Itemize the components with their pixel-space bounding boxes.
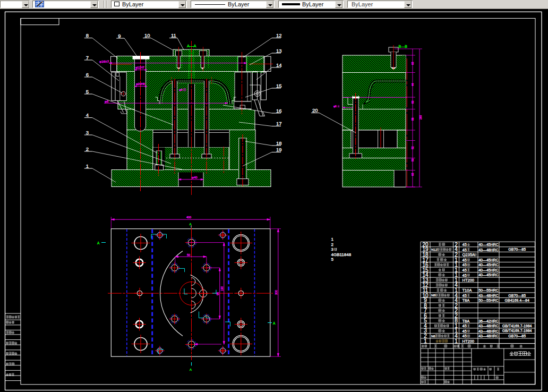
- svg-text:45: 45: [463, 323, 467, 328]
- svg-text:1: 1: [455, 338, 458, 344]
- svg-text:43—48HRC: 43—48HRC: [478, 334, 499, 338]
- svg-text:φ16H7: φ16H7: [99, 60, 109, 63]
- svg-text:18: 18: [276, 140, 282, 146]
- svg-text:11: 11: [171, 32, 176, 38]
- svg-text:T8A: T8A: [463, 319, 470, 323]
- svg-text:43—48HRC: 43—48HRC: [478, 248, 499, 252]
- svg-text:12: 12: [276, 32, 282, 38]
- svg-text:20: 20: [312, 107, 318, 113]
- svg-text:40—45HRC: 40—45HRC: [478, 268, 499, 272]
- svg-text:φ40: φ40: [192, 176, 198, 179]
- svg-text:45: 45: [463, 273, 467, 278]
- svg-text:7: 7: [86, 55, 89, 61]
- svg-text:1: 1: [331, 237, 334, 242]
- svg-text:2: 2: [86, 146, 89, 152]
- svg-text:HT200: HT200: [463, 278, 475, 283]
- svg-text:40—45HRC: 40—45HRC: [478, 243, 499, 246]
- svg-text:1: 1: [86, 163, 89, 169]
- svg-text:2: 2: [331, 242, 334, 247]
- svg-text:43—48HRC: 43—48HRC: [478, 329, 499, 333]
- svg-text:A: A: [97, 241, 100, 245]
- svg-text:φ12H7: φ12H7: [135, 66, 144, 69]
- svg-text:45: 45: [463, 258, 467, 262]
- svg-text:45: 45: [463, 262, 467, 267]
- svg-text:45: 45: [463, 268, 467, 272]
- svg-text:GB/T4169.7-1984: GB/T4169.7-1984: [502, 324, 532, 328]
- svg-text:φ20H8: φ20H8: [136, 82, 145, 86]
- svg-text:50: 50: [187, 253, 190, 257]
- svg-text:GB/T4169.7-1984: GB/T4169.7-1984: [502, 329, 532, 333]
- svg-text:40—45HRC: 40—45HRC: [478, 258, 499, 262]
- svg-text:45: 45: [463, 293, 467, 298]
- svg-text:A: A: [190, 368, 192, 371]
- svg-text:50: 50: [411, 158, 414, 161]
- svg-text:φ6: φ6: [333, 105, 337, 108]
- svg-text:15: 15: [276, 83, 282, 89]
- svg-text:45: 45: [463, 334, 467, 338]
- svg-text:GB70—85: GB70—85: [508, 248, 526, 251]
- svg-text:4GB11848: 4GB11848: [331, 252, 352, 257]
- svg-text:96: 96: [216, 292, 219, 295]
- svg-text:A—A: A—A: [187, 44, 196, 48]
- svg-text:N6: N6: [431, 335, 435, 338]
- svg-text:1: 1: [424, 338, 427, 344]
- svg-text:17: 17: [276, 121, 282, 126]
- svg-text:4: 4: [86, 112, 89, 118]
- svg-text:N8: N8: [431, 294, 435, 297]
- svg-text:φ8: φ8: [179, 88, 183, 91]
- svg-text:GB70—85: GB70—85: [508, 334, 526, 338]
- svg-text:8: 8: [86, 32, 89, 38]
- svg-text:44: 44: [411, 83, 414, 86]
- svg-text:14: 14: [276, 62, 282, 68]
- svg-text:45: 45: [463, 248, 467, 252]
- svg-text:300: 300: [275, 290, 278, 295]
- svg-text:52: 52: [411, 146, 414, 149]
- svg-text:190: 190: [220, 286, 224, 291]
- svg-text:3: 3: [86, 130, 89, 135]
- svg-text:Q235A: Q235A: [463, 252, 475, 257]
- svg-text:65: 65: [411, 62, 414, 65]
- svg-text:9: 9: [118, 33, 121, 39]
- svg-text:43—48HRC: 43—48HRC: [478, 294, 499, 297]
- svg-text:265: 265: [419, 115, 422, 120]
- svg-text:T10A: T10A: [463, 288, 472, 293]
- svg-text:19: 19: [276, 147, 282, 152]
- svg-text:5: 5: [331, 257, 334, 262]
- svg-text:45: 45: [463, 242, 467, 247]
- svg-text:16: 16: [276, 108, 282, 114]
- svg-text:96: 96: [411, 117, 414, 121]
- svg-text:400: 400: [186, 216, 191, 219]
- svg-text:B—B: B—B: [399, 45, 408, 48]
- svg-text:60: 60: [411, 100, 414, 104]
- svg-text:36—42HRC: 36—42HRC: [478, 319, 499, 323]
- svg-text:40—45HRC: 40—45HRC: [478, 273, 499, 277]
- svg-text:GB4169.4—84: GB4169.4—84: [505, 299, 529, 302]
- svg-text:45: 45: [463, 329, 467, 334]
- svg-text:T8A: T8A: [463, 298, 470, 303]
- svg-text:10: 10: [144, 32, 150, 38]
- svg-text:50—55HRC: 50—55HRC: [478, 299, 499, 302]
- svg-text:43—48HRC: 43—48HRC: [478, 324, 499, 328]
- svg-text:A: A: [190, 223, 192, 226]
- svg-text:40—45HRC: 40—45HRC: [478, 263, 499, 267]
- svg-text:13: 13: [276, 48, 282, 54]
- svg-text:GB70—85: GB70—85: [508, 294, 526, 297]
- svg-text:N12: N12: [431, 248, 438, 251]
- svg-text:65: 65: [411, 173, 414, 176]
- svg-text:50—55HRC: 50—55HRC: [478, 288, 499, 292]
- svg-text:A: A: [273, 321, 276, 325]
- svg-text:HT200: HT200: [463, 339, 475, 344]
- svg-text:3: 3: [331, 247, 334, 252]
- svg-text:5: 5: [86, 89, 89, 95]
- svg-text:6: 6: [86, 72, 89, 78]
